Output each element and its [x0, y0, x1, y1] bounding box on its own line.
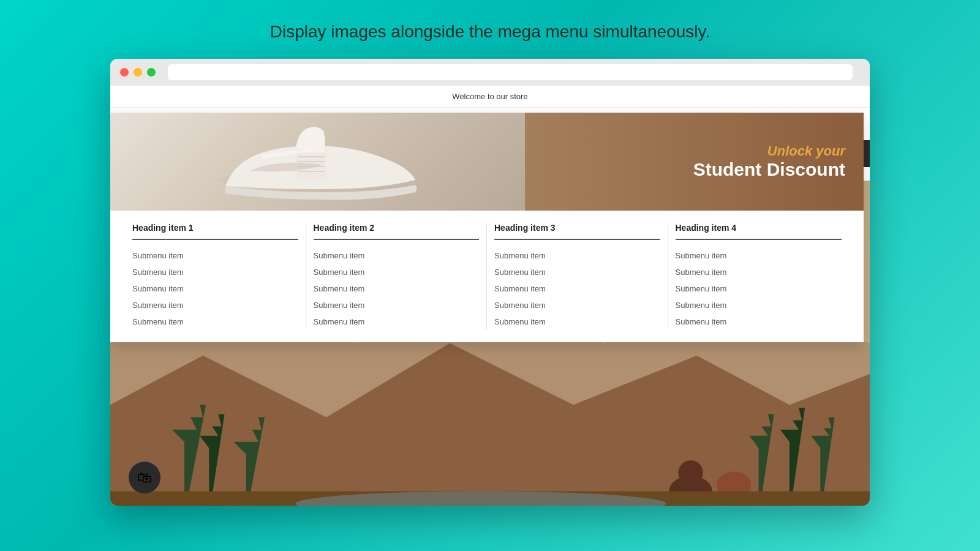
address-bar[interactable] [168, 64, 853, 80]
column-3-heading: Heading item 3 [494, 223, 660, 240]
submenu-4-5[interactable]: Submenu item [676, 313, 842, 330]
submenu-3-4[interactable]: Submenu item [494, 297, 660, 313]
close-dot[interactable] [120, 68, 129, 77]
submenu-2-5[interactable]: Submenu item [314, 313, 480, 330]
browser-chrome [110, 59, 870, 86]
submenu-3-2[interactable]: Submenu item [494, 264, 660, 280]
promo-text: Unlock your Student Discount [693, 143, 845, 180]
minimize-dot[interactable] [134, 68, 142, 77]
submenu-3-3[interactable]: Submenu item [494, 280, 660, 297]
mega-menu-image: Unlock your Student Discount [110, 113, 864, 211]
shoe-image-area [110, 113, 525, 211]
column-4-heading: Heading item 4 [676, 223, 842, 240]
submenu-1-4[interactable]: Submenu item [132, 297, 298, 313]
column-1-heading: Heading item 1 [132, 223, 298, 240]
shoe-svg [110, 113, 525, 211]
submenu-4-1[interactable]: Submenu item [676, 247, 842, 264]
menu-column-4: Heading item 4 Submenu item Submenu item… [668, 223, 850, 330]
maximize-dot[interactable] [147, 68, 156, 77]
submenu-1-2[interactable]: Submenu item [132, 264, 298, 280]
page-title: Display images alongside the mega menu s… [270, 22, 710, 42]
submenu-2-4[interactable]: Submenu item [314, 297, 480, 313]
submenu-4-3[interactable]: Submenu item [676, 280, 842, 297]
submenu-2-3[interactable]: Submenu item [314, 280, 480, 297]
announcement-bar: Welcome to our store [110, 86, 870, 108]
submenu-1-1[interactable]: Submenu item [132, 247, 298, 264]
promo-line2: Student Discount [693, 159, 845, 180]
svg-point-20 [678, 460, 703, 485]
header-area: Welcome to our store learningshpify's IN… [110, 86, 870, 167]
submenu-1-5[interactable]: Submenu item [132, 313, 298, 330]
mega-menu-columns: Heading item 1 Submenu item Submenu item… [110, 211, 864, 342]
announcement-text: Welcome to our store [452, 92, 527, 101]
promo-line1: Unlock your [693, 143, 845, 159]
submenu-3-5[interactable]: Submenu item [494, 313, 660, 330]
column-2-heading: Heading item 2 [314, 223, 480, 240]
browser-window: Welcome to our store learningshpify's IN… [110, 59, 870, 506]
submenu-4-2[interactable]: Submenu item [676, 264, 842, 280]
menu-column-3: Heading item 3 Submenu item Submenu item… [487, 223, 668, 330]
menu-column-2: Heading item 2 Submenu item Submenu item… [306, 223, 488, 330]
mega-menu: Unlock your Student Discount Heading ite… [110, 113, 864, 342]
shopify-badge[interactable]: 🛍 [129, 462, 160, 493]
submenu-2-1[interactable]: Submenu item [314, 247, 480, 264]
site-content: Welcome to our store learningshpify's IN… [110, 86, 870, 506]
submenu-2-2[interactable]: Submenu item [314, 264, 480, 280]
shopify-icon: 🛍 [137, 469, 152, 486]
submenu-4-4[interactable]: Submenu item [676, 297, 842, 313]
submenu-3-1[interactable]: Submenu item [494, 247, 660, 264]
menu-column-1: Heading item 1 Submenu item Submenu item… [125, 223, 306, 330]
submenu-1-3[interactable]: Submenu item [132, 280, 298, 297]
